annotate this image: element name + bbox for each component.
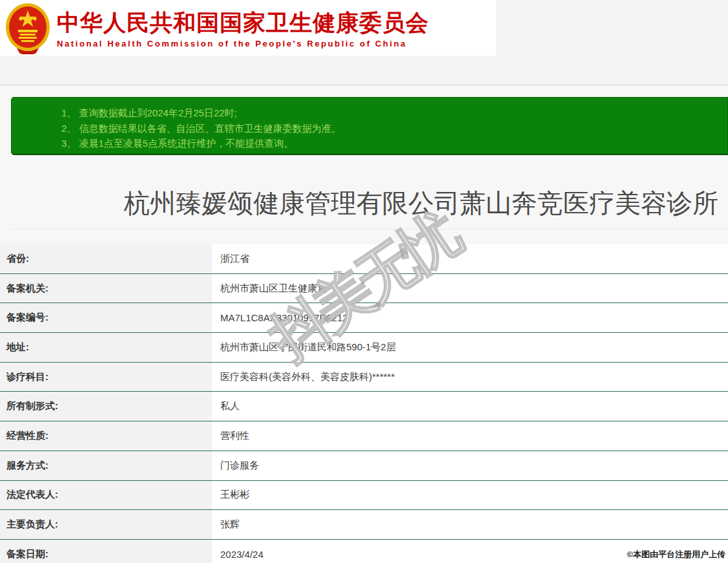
notice-line-2: 2、 信息数据结果以各省、自治区、直辖市卫生健康委数据为准。 [61, 121, 727, 136]
notice-line-1: 1、 查询数据截止到2024年2月25日22时; [61, 105, 727, 121]
field-label: 所有制形式: [0, 392, 212, 421]
china-national-emblem-icon [5, 3, 50, 54]
field-value: 浙江省 [212, 244, 728, 273]
field-label: 省份: [0, 244, 212, 273]
field-label: 地址: [0, 333, 212, 362]
site-title-english: National Health Commission of the People… [57, 39, 429, 48]
field-label: 经营性质: [0, 421, 212, 451]
field-value: 张辉 [212, 510, 728, 539]
table-row: 备案编号: MA7L1C8AX33010917D2212 [0, 303, 728, 333]
field-value: 杭州市萧山区宁围街道民和路590-1号2层 [212, 333, 728, 362]
field-value: 营利性 [212, 421, 728, 451]
table-row: 省份: 浙江省 [0, 244, 728, 274]
field-label: 备案日期: [0, 540, 212, 563]
site-title-chinese: 中华人民共和国国家卫生健康委员会 [57, 9, 429, 36]
field-label: 服务方式: [0, 451, 212, 480]
institution-title: 杭州臻媛颂健康管理有限公司萧山奔竞医疗美容诊所 [124, 186, 718, 221]
table-row: 主要负责人: 张辉 [0, 510, 728, 540]
table-row: 经营性质: 营利性 [0, 421, 728, 451]
field-label: 诊疗科目: [0, 363, 212, 392]
table-row: 备案日期: 2023/4/24 [0, 540, 728, 563]
field-value: 私人 [212, 392, 728, 421]
record-table: 省份: 浙江省 备案机关: 杭州市萧山区卫生健康局 备案编号: MA7L1C8A… [0, 244, 728, 563]
upload-attribution: ©本图由平台注册用户上传 [627, 549, 725, 560]
table-row: 地址: 杭州市萧山区宁围街道民和路590-1号2层 [0, 333, 728, 363]
site-header: 中华人民共和国国家卫生健康委员会 National Health Commiss… [0, 0, 496, 56]
field-value: MA7L1C8AX33010917D2212 [212, 303, 728, 332]
field-value: 杭州市萧山区卫生健康局 [212, 274, 728, 303]
table-row: 法定代表人: 王彬彬 [0, 481, 728, 511]
table-row: 所有制形式: 私人 [0, 392, 728, 421]
table-row: 服务方式: 门诊服务 [0, 451, 728, 481]
notice-line-3: 3、 凌晨1点至凌晨5点系统进行维护，不能提供查询。 [61, 136, 727, 151]
field-label: 备案编号: [0, 303, 212, 332]
table-row: 诊疗科目: 医疗美容科(美容外科、美容皮肤科)****** [0, 363, 728, 392]
field-label: 备案机关: [0, 274, 212, 303]
field-label: 法定代表人: [0, 481, 212, 510]
field-value: 门诊服务 [212, 451, 728, 480]
field-value: 王彬彬 [212, 481, 728, 510]
title-divider [10, 229, 728, 229]
notice-box: 1、 查询数据截止到2024年2月25日22时; 2、 信息数据结果以各省、自治… [11, 97, 728, 155]
header-titles: 中华人民共和国国家卫生健康委员会 National Health Commiss… [57, 9, 429, 48]
field-value: 医疗美容科(美容外科、美容皮肤科)****** [212, 363, 728, 392]
table-row: 备案机关: 杭州市萧山区卫生健康局 [0, 274, 728, 304]
field-label: 主要负责人: [0, 510, 212, 539]
